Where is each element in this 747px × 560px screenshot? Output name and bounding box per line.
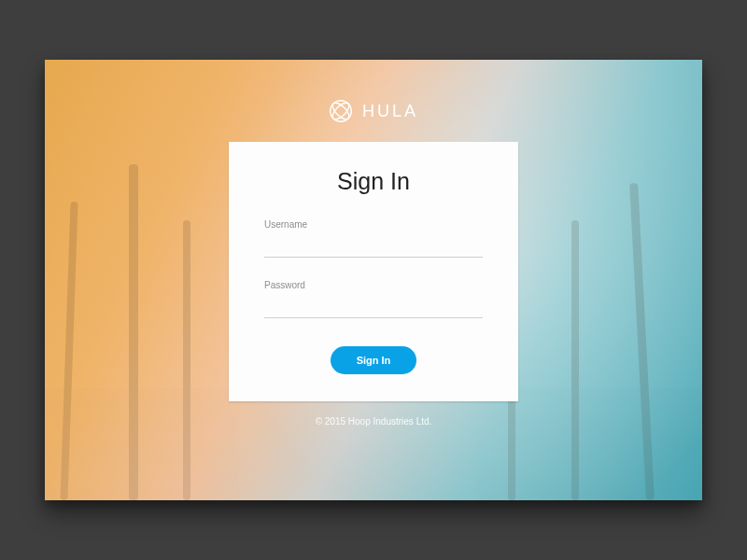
password-label: Password xyxy=(264,280,483,290)
password-field: Password xyxy=(264,280,483,318)
username-input[interactable] xyxy=(264,233,483,258)
password-input[interactable] xyxy=(264,294,483,318)
username-label: Username xyxy=(264,219,483,230)
footer-copyright: © 2015 Hoop Industries Ltd. xyxy=(316,416,432,427)
logo-icon xyxy=(329,99,353,123)
card-title: Sign In xyxy=(337,168,410,195)
brand: HULA xyxy=(329,99,418,123)
username-field: Username xyxy=(264,219,483,258)
login-screen: HULA Sign In Username Password Sign In ©… xyxy=(45,60,702,500)
signin-card: Sign In Username Password Sign In xyxy=(229,142,518,401)
brand-name: HULA xyxy=(362,102,418,121)
signin-button[interactable]: Sign In xyxy=(331,346,417,374)
